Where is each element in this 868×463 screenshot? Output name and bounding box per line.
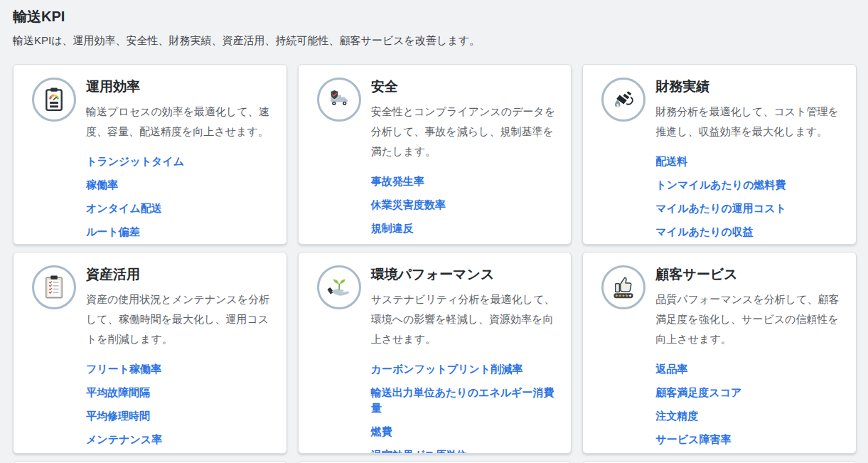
card-description: 輸送プロセスの効率を最適化して、速度、容量、配送精度を向上させます。 — [86, 102, 271, 142]
kpi-link[interactable]: 規制違反 — [371, 220, 556, 236]
card-body: 資産活用 資産の使用状況とメンテナンスを分析して、稼働時間を最大化し、運用コスト… — [76, 264, 271, 447]
kpi-link[interactable]: トランジットタイム — [86, 154, 271, 169]
kpi-link[interactable]: 顧客満足度スコア — [655, 385, 840, 400]
card-body: 顧客サービス 品質パフォーマンスを分析して、顧客満足度を強化し、サービスの信頼性… — [645, 264, 840, 447]
card-links: フリート稼働率平均故障間隔平均修理時間メンテナンス率 — [86, 361, 271, 447]
card-body: 安全 安全性とコンプライアンスのデータを分析して、事故を減らし、規制基準を満たし… — [361, 76, 556, 245]
card-title: 運用効率 — [86, 78, 271, 95]
kpi-link[interactable]: トンマイルあたりの燃料費 — [655, 177, 840, 193]
card-description: 財務分析を最適化して、コスト管理を推進し、収益効率を最大化します。 — [655, 102, 840, 142]
kpi-link[interactable]: 平均修理時間 — [86, 408, 271, 424]
kpi-link[interactable]: マイルあたりの収益 — [655, 224, 840, 240]
card-title: 顧客サービス — [655, 265, 840, 283]
kpi-link[interactable]: オンタイム配送 — [86, 201, 271, 216]
card-links: トランジットタイム稼働率オンタイム配送ルート偏差 — [86, 154, 271, 240]
card-body: 財務実績 財務分析を最適化して、コスト管理を推進し、収益効率を最大化します。 配… — [645, 76, 840, 240]
card-title: 環境パフォーマンス — [371, 265, 556, 283]
kpi-link[interactable]: 平均故障間隔 — [86, 385, 271, 400]
card-title: 資産活用 — [86, 265, 271, 283]
kpi-card: 顧客サービス 品質パフォーマンスを分析して、顧客満足度を強化し、サービスの信頼性… — [582, 252, 857, 454]
page-header: 輸送KPI 輸送KPIは、運用効率、安全性、財務実績、資産活用、持続可能性、顧客… — [0, 0, 868, 48]
kpi-link[interactable]: ルート偏差 — [86, 224, 271, 240]
card-description: 資産の使用状況とメンテナンスを分析して、稼働時間を最大化し、運用コストを削減しま… — [86, 289, 271, 349]
thumbs-up-stars-icon — [601, 265, 645, 309]
kpi-grid: 運用効率 輸送プロセスの効率を最適化して、速度、容量、配送精度を向上させます。 … — [0, 64, 868, 463]
kpi-link[interactable]: 温室効果ガス原単位 — [371, 447, 556, 454]
card-links: 事故発生率休業災害度数率規制違反安全性監査スコア — [371, 174, 556, 245]
page-subtitle: 輸送KPIは、運用効率、安全性、財務実績、資産活用、持続可能性、顧客サービスを改… — [13, 33, 855, 48]
kpi-link[interactable]: 事故発生率 — [371, 174, 556, 189]
card-links: 配送料トンマイルあたりの燃料費マイルあたりの運用コストマイルあたりの収益 — [655, 154, 840, 240]
card-description: サステナビリティ分析を最適化して、環境への影響を軽減し、資源効率を向上させます。 — [371, 289, 556, 349]
kpi-card: 運用効率 輸送プロセスの効率を最適化して、速度、容量、配送精度を向上させます。 … — [13, 64, 287, 245]
fuel-nozzle-icon: $ — [601, 78, 645, 122]
checklist-clipboard-icon — [32, 265, 76, 309]
svg-text:$: $ — [616, 102, 619, 107]
truck-shield-icon — [317, 78, 361, 122]
kpi-link[interactable]: メンテナンス率 — [86, 432, 271, 447]
kpi-link[interactable]: 休業災害度数率 — [371, 197, 556, 213]
kpi-card: $ 財務実績 財務分析を最適化して、コスト管理を推進し、収益効率を最大化します。… — [582, 64, 857, 245]
card-body: 環境パフォーマンス サステナビリティ分析を最適化して、環境への影響を軽減し、資源… — [361, 264, 556, 454]
kpi-link[interactable]: 輸送出力単位あたりのエネルギー消費量 — [371, 385, 556, 416]
kpi-link[interactable]: 返品率 — [655, 361, 840, 377]
card-title: 安全 — [371, 78, 556, 95]
kpi-card: 資産活用 資産の使用状況とメンテナンスを分析して、稼働時間を最大化し、運用コスト… — [13, 252, 287, 454]
kpi-link[interactable]: 注文精度 — [655, 408, 840, 424]
card-links: 返品率顧客満足度スコア注文精度サービス障害率 — [655, 361, 840, 447]
card-links: カーボンフットプリント削減率輸送出力単位あたりのエネルギー消費量燃費温室効果ガス… — [371, 361, 556, 454]
kpi-card: 環境パフォーマンス サステナビリティ分析を最適化して、環境への影響を軽減し、資源… — [298, 252, 572, 454]
kpi-link[interactable]: 稼働率 — [86, 177, 271, 193]
kpi-link[interactable]: フリート稼働率 — [86, 361, 271, 377]
kpi-link[interactable]: 配送料 — [655, 154, 840, 169]
gauge-clipboard-icon — [32, 78, 76, 122]
kpi-link[interactable]: 安全性監査スコア — [371, 244, 556, 245]
kpi-link[interactable]: カーボンフットプリント削減率 — [371, 361, 556, 377]
card-description: 品質パフォーマンスを分析して、顧客満足度を強化し、サービスの信頼性を向上させます… — [655, 289, 840, 349]
kpi-link[interactable]: 燃費 — [371, 424, 556, 440]
kpi-card: 安全 安全性とコンプライアンスのデータを分析して、事故を減らし、規制基準を満たし… — [298, 64, 572, 245]
page-title: 輸送KPI — [13, 7, 855, 26]
card-body: 運用効率 輸送プロセスの効率を最適化して、速度、容量、配送精度を向上させます。 … — [76, 76, 271, 240]
kpi-link[interactable]: マイルあたりの運用コスト — [655, 201, 840, 216]
hand-plant-icon — [317, 265, 361, 309]
card-description: 安全性とコンプライアンスのデータを分析して、事故を減らし、規制基準を満たします。 — [371, 102, 556, 161]
kpi-link[interactable]: サービス障害率 — [655, 432, 840, 447]
card-title: 財務実績 — [655, 78, 840, 95]
